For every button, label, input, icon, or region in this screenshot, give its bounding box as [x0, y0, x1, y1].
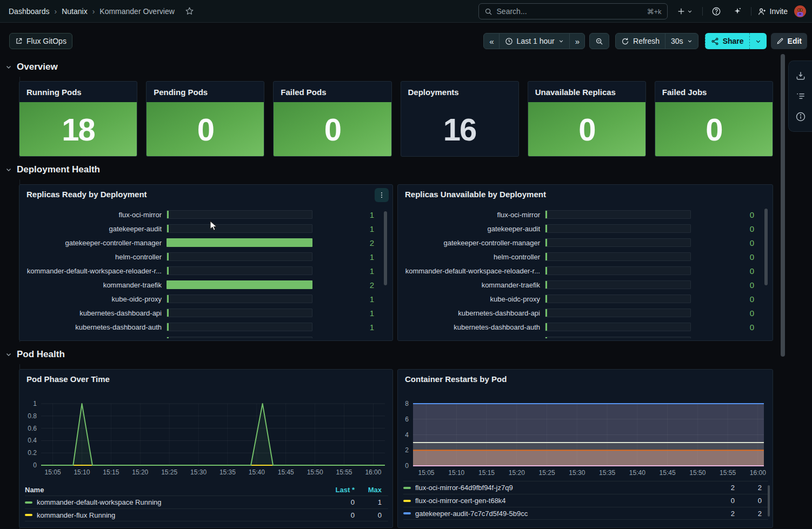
svg-text:15:40: 15:40: [249, 468, 265, 476]
chevron-down-icon: [687, 38, 693, 44]
breadcrumb-item-dashboards[interactable]: Dashboards: [9, 7, 50, 16]
legend-row[interactable]: flux-oci-mirror-cert-gen-t68k400: [403, 494, 768, 507]
bar-gauge-start-tick: [545, 309, 547, 317]
user-avatar[interactable]: [794, 5, 807, 18]
favorite-star-icon[interactable]: [185, 6, 194, 16]
refresh-interval-dropdown[interactable]: 30s: [665, 34, 698, 49]
legend-series-name[interactable]: flux-oci-mirror-64d9fbf94f-jz7q9: [403, 484, 702, 492]
info-icon[interactable]: [795, 111, 806, 122]
breadcrumb-item-nutanix[interactable]: Nutanix: [62, 7, 87, 16]
section-overview-title: Overview: [17, 62, 58, 72]
bar-gauge-row: kommander-default-workspace-reloader-r..…: [24, 264, 388, 278]
svg-text:15:35: 15:35: [599, 469, 615, 477]
legend-row[interactable]: kommander-default-workspace Running01: [25, 495, 388, 508]
legend-series-label: kommander-flux Running: [37, 511, 115, 519]
legend-series-name[interactable]: kommander-flux Running: [25, 511, 322, 519]
invite-button[interactable]: Invite: [757, 7, 788, 16]
page-scrollbar[interactable]: [781, 23, 785, 529]
legend-series-name[interactable]: kommander-default-workspace Running: [25, 498, 322, 506]
section-pod-health[interactable]: Pod Health: [5, 349, 65, 360]
edit-button[interactable]: Edit: [771, 33, 807, 49]
bar-gauge-track: [167, 266, 312, 275]
series-color-dash-icon: [403, 487, 411, 489]
zoom-out-icon: [595, 37, 603, 45]
bar-gauge-label: kommander-default-workspace-reloader-r..…: [402, 267, 545, 275]
bar-gauge-label: kubernetes-dashboard-auth: [402, 323, 545, 331]
top-nav: Dashboards › Nutanix › Kommander Overvie…: [0, 0, 812, 23]
legend-header-last[interactable]: Last *: [322, 486, 355, 494]
legend-series-name[interactable]: gatekeeper-audit-7c7c7d5f49-5b9cc: [403, 510, 702, 518]
bar-gauge-track: [545, 266, 691, 275]
bar-gauge-start-tick: [545, 281, 547, 289]
share-button[interactable]: Share: [705, 33, 749, 49]
page-scrollbar-thumb[interactable]: [781, 54, 785, 357]
bar-gauge-value: 2: [312, 280, 388, 290]
bar-gauge-start-tick: [167, 253, 169, 260]
svg-text:0.2: 0.2: [28, 449, 37, 457]
legend-series-name[interactable]: flux-oci-mirror-cert-gen-t68k4: [403, 497, 702, 505]
bar-gauge-start-tick: [545, 253, 547, 260]
section-deployment-health[interactable]: Deployment Health: [5, 164, 100, 175]
new-button[interactable]: [674, 4, 696, 19]
time-range-back-button[interactable]: «: [484, 34, 498, 49]
bar-gauge-track: [167, 224, 312, 233]
svg-text:15:30: 15:30: [190, 468, 207, 476]
bar-gauge-value: 1: [312, 252, 388, 262]
bar-gauge-row: kommander-traefik0: [402, 278, 768, 292]
global-search-input[interactable]: Search... ⌘+k: [478, 3, 668, 19]
time-range-forward-button[interactable]: »: [569, 34, 584, 49]
zoom-out-button[interactable]: [589, 33, 609, 49]
panel-menu-button[interactable]: [375, 188, 389, 202]
legend-last-value: 0: [702, 497, 735, 505]
legend-row[interactable]: gatekeeper-audit-7c7c7d5f49-5b9cc22: [403, 507, 768, 520]
bar-gauge-value: 1: [312, 210, 388, 219]
svg-text:15:45: 15:45: [278, 468, 294, 476]
legend-header-name[interactable]: Name: [25, 486, 322, 494]
bar-gauge-label: gatekeeper-audit: [24, 225, 167, 233]
bar-gauge-track: [167, 309, 312, 317]
section-overview[interactable]: Overview: [5, 62, 58, 72]
ai-assistant-button[interactable]: [730, 4, 745, 19]
search-icon: [484, 8, 492, 16]
export-download-icon[interactable]: [795, 70, 806, 81]
pod-phase-chart[interactable]: 00.20.40.60.8115:0515:1015:1515:2015:251…: [24, 393, 389, 482]
legend-row[interactable]: kommander-flux Running00: [25, 508, 388, 521]
share-dropdown-toggle[interactable]: [749, 33, 767, 49]
legend-series-label: gatekeeper-audit-7c7c7d5f49-5b9cc: [415, 510, 528, 518]
panel-replicas-unavailable: Replicas Unavailable by Deployment flux-…: [397, 184, 773, 341]
stat-panel-failed-pods: Failed Pods0: [273, 81, 391, 157]
bar-gauge-start-tick: [545, 295, 547, 303]
help-button[interactable]: [709, 4, 724, 19]
stat-value: 18: [19, 102, 137, 156]
svg-text:0.6: 0.6: [28, 425, 37, 432]
bar-gauge-label: kommander-default-workspace-reloader-r..…: [24, 267, 167, 275]
svg-text:4: 4: [405, 431, 409, 439]
dashboard-toolbar: Flux GitOps « Last 1 hour » Refresh 30s: [0, 33, 812, 50]
svg-text:15:40: 15:40: [629, 469, 645, 477]
legend-scrollbar[interactable]: [768, 485, 770, 517]
refresh-button[interactable]: Refresh: [616, 34, 665, 49]
bar-gauge-start-tick: [545, 337, 547, 338]
bar-gauge-row: gatekeeper-audit1: [24, 222, 388, 236]
bar-gauge-value: 1: [312, 266, 388, 276]
flux-gitops-button[interactable]: Flux GitOps: [9, 33, 72, 49]
panel-scrollbar[interactable]: [384, 211, 387, 285]
restarts-chart[interactable]: 0246815:0515:1015:1515:2015:2515:3015:35…: [402, 392, 769, 478]
panel-scrollbar[interactable]: [764, 209, 768, 285]
legend-header-max[interactable]: Max: [355, 486, 388, 494]
legend-row[interactable]: flux-oci-mirror-64d9fbf94f-jz7q922: [403, 481, 768, 494]
bar-gauge-value: 1: [312, 309, 388, 318]
panel-title: Replicas Ready by Deployment: [26, 190, 147, 199]
time-range-picker[interactable]: Last 1 hour: [499, 34, 569, 49]
legend-max-value: 2: [735, 484, 768, 492]
bar-gauge-label: kubernetes-dashboard-api: [24, 309, 167, 317]
bar-gauge-row: kubernetes-dashboard-api1: [24, 306, 388, 320]
bar-gauge-track: [545, 224, 691, 233]
bar-gauge-track: [167, 280, 312, 289]
svg-text:16:00: 16:00: [365, 468, 381, 476]
bar-gauge-start-tick: [167, 309, 169, 317]
svg-text:16:00: 16:00: [750, 469, 766, 477]
outline-list-icon[interactable]: [795, 91, 806, 102]
top-nav-actions: Search... ⌘+k Invite: [478, 0, 807, 23]
bar-gauge-value: 0: [691, 309, 768, 318]
